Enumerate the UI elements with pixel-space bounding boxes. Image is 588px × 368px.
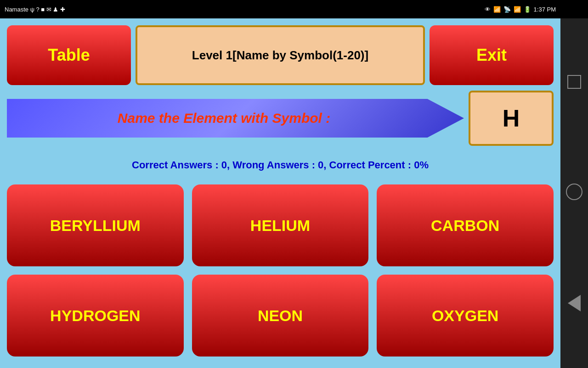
signal-icon: 📡 [503, 6, 511, 13]
level-display: Level 1[Name by Symbol(1-20)] [136, 25, 425, 85]
main-screen: Table Level 1[Name by Symbol(1-20)] Exit… [0, 18, 560, 368]
status-left: Namaste ψ ? ■ ✉ ♟ ✚ [5, 6, 65, 13]
wifi-icon: 📶 [493, 6, 501, 13]
nav-square-icon[interactable] [567, 75, 581, 89]
battery-percent: 📶 [514, 6, 521, 13]
question-section: Name the Element with Symbol : H [7, 91, 554, 146]
answer-oxygen[interactable]: OXYGEN [377, 275, 554, 356]
top-bar: Table Level 1[Name by Symbol(1-20)] Exit [7, 25, 554, 85]
answers-grid: BERYLLIUM HELIUM CARBON HYDROGEN NEON OX… [7, 184, 554, 361]
table-button[interactable]: Table [7, 25, 131, 85]
nav-back-icon[interactable] [568, 295, 581, 311]
eye-icon: 👁 [485, 6, 491, 13]
nav-right [560, 18, 588, 368]
answer-hydrogen[interactable]: HYDROGEN [7, 275, 184, 356]
status-right: 👁 📶 📡 📶 🔋 1:37 PM [485, 6, 556, 13]
answer-helium[interactable]: HELIUM [192, 184, 369, 266]
score-section: Correct Answers : 0, Wrong Answers : 0, … [7, 151, 554, 179]
answer-neon[interactable]: NEON [192, 275, 369, 356]
score-text: Correct Answers : 0, Wrong Answers : 0, … [132, 159, 429, 171]
symbol-box: H [469, 91, 554, 146]
status-left-text: Namaste ψ ? ■ ✉ ♟ ✚ [5, 6, 65, 13]
question-text: Name the Element with Symbol : [118, 110, 330, 126]
exit-button[interactable]: Exit [430, 25, 554, 85]
status-bar: Namaste ψ ? ■ ✉ ♟ ✚ 👁 📶 📡 📶 🔋 1:37 PM [0, 0, 560, 18]
question-arrow: Name the Element with Symbol : [7, 91, 464, 146]
battery-icon: 🔋 [524, 6, 531, 13]
clock: 1:37 PM [534, 6, 556, 13]
nav-circle-icon[interactable] [566, 184, 582, 200]
answer-carbon[interactable]: CARBON [377, 184, 554, 266]
answer-beryllium[interactable]: BERYLLIUM [7, 184, 184, 266]
